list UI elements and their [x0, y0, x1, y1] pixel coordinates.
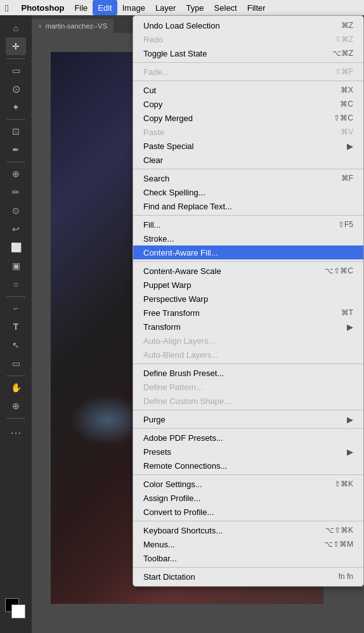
move-tool[interactable]: ✛ [6, 37, 26, 55]
menubar-item-layer[interactable]: Layer [150, 0, 181, 15]
menu-item-define-brush[interactable]: Define Brush Preset... [133, 366, 363, 380]
background-color[interactable] [11, 604, 25, 618]
menu-item-toggle-label: Toggle Last State [143, 49, 207, 58]
menu-item-paste[interactable]: Paste ⌘V [133, 125, 363, 139]
path-select-tool[interactable]: ↖ [6, 336, 26, 354]
presets-arrow-icon: ▶ [347, 447, 353, 457]
menu-item-menus[interactable]: Menus... ⌥⇧⌘M [133, 537, 363, 551]
spot-heal-tool[interactable]: ⊕ [6, 165, 26, 183]
tool-divider-4 [6, 296, 25, 297]
tool-divider-6 [6, 418, 25, 419]
eyedropper-tool[interactable]: ✒ [6, 141, 26, 159]
tab-close-icon[interactable]: × [38, 23, 42, 30]
menu-item-perspective-warp[interactable]: Perspective Warp [133, 292, 363, 306]
menu-item-toggle-last-state[interactable]: Toggle Last State ⌥⌘Z [133, 46, 363, 60]
menu-item-cut[interactable]: Cut ⌘X [133, 83, 363, 97]
menu-item-define-custom-shape[interactable]: Define Custom Shape... [133, 394, 363, 408]
menu-item-paste-special-label: Paste Special [143, 141, 194, 151]
menu-item-presets-label: Presets [143, 447, 171, 457]
separator-11 [133, 567, 363, 568]
menu-item-keyboard-shortcuts-shortcut: ⌥⇧⌘K [325, 526, 353, 535]
menu-item-free-transform-label: Free Transform [143, 308, 200, 318]
menu-item-toolbar[interactable]: Toolbar... [133, 551, 363, 565]
extra-tool[interactable]: … [6, 421, 26, 439]
clone-tool[interactable]: ⊙ [6, 202, 26, 219]
menu-item-assign-profile[interactable]: Assign Profile... [133, 491, 363, 505]
menu-item-copy-label: Copy [143, 100, 162, 109]
menu-item-define-pattern-label: Define Pattern... [143, 382, 203, 392]
menu-item-paste-label: Paste [143, 127, 164, 137]
menu-item-stroke[interactable]: Stroke... [133, 232, 363, 245]
separator-4 [133, 215, 363, 216]
menu-item-start-dictation-label: Start Dictation [143, 572, 195, 582]
separator-6 [133, 363, 363, 364]
menubar-item-type[interactable]: Type [181, 0, 209, 15]
menubar-item-photoshop[interactable]: Photoshop [16, 0, 69, 15]
menu-item-toolbar-label: Toolbar... [143, 554, 177, 563]
menu-item-clear[interactable]: Clear [133, 153, 363, 167]
menu-item-auto-blend[interactable]: Auto-Blend Layers... [133, 348, 363, 362]
menu-item-clear-label: Clear [143, 155, 163, 165]
shape-tool[interactable]: ▭ [6, 355, 26, 372]
menu-item-content-aware-fill-label: Content-Aware Fill... [143, 248, 218, 258]
menu-item-adobe-pdf[interactable]: Adobe PDF Presets... [133, 431, 363, 445]
menu-item-free-transform[interactable]: Free Transform ⌘T [133, 306, 363, 320]
menu-item-define-pattern[interactable]: Define Pattern... [133, 380, 363, 394]
menu-item-color-settings[interactable]: Color Settings... ⇧⌘K [133, 477, 363, 491]
dodge-tool[interactable]: ○ [6, 275, 26, 293]
menu-item-check-spelling[interactable]: Check Spelling... [133, 185, 363, 199]
menu-item-convert-profile[interactable]: Convert to Profile... [133, 505, 363, 519]
menu-item-remote-connections[interactable]: Remote Connections... [133, 459, 363, 473]
menu-item-keyboard-shortcuts-label: Keyboard Shortcuts... [143, 526, 223, 535]
menubar-item-edit[interactable]: Edit [93, 0, 117, 15]
menu-item-start-dictation[interactable]: Start Dictation fn fn [133, 570, 363, 584]
marquee-tool[interactable]: ▭ [6, 62, 26, 79]
gradient-tool[interactable]: ▣ [6, 257, 26, 275]
home-tool[interactable]: ⌂ [6, 19, 26, 37]
pen-tool[interactable]: ⌐ [6, 299, 26, 317]
menu-item-copy-merged[interactable]: Copy Merged ⇧⌘C [133, 111, 363, 125]
menu-item-search[interactable]: Search ⌘F [133, 171, 363, 185]
menu-item-fill[interactable]: Fill... ⇧F5 [133, 218, 363, 232]
menu-item-undo[interactable]: Undo Load Selection ⌘Z [133, 18, 363, 32]
menu-item-redo[interactable]: Redo ⇧⌘Z [133, 32, 363, 46]
menu-item-auto-align[interactable]: Auto-Align Layers... [133, 334, 363, 348]
menu-item-transform[interactable]: Transform ▶ [133, 320, 363, 334]
menu-item-purge[interactable]: Purge ▶ [133, 412, 363, 426]
menu-item-find-replace[interactable]: Find and Replace Text... [133, 199, 363, 213]
menu-item-content-aware-fill[interactable]: Content-Aware Fill... [133, 245, 363, 259]
menu-item-puppet-warp[interactable]: Puppet Warp [133, 278, 363, 292]
menu-item-content-aware-scale[interactable]: Content-Aware Scale ⌥⇧⌘C [133, 264, 363, 278]
hand-tool[interactable]: ✋ [6, 379, 26, 396]
menu-item-toggle-shortcut: ⌥⌘Z [332, 49, 353, 58]
lasso-tool[interactable]: ⊙ [6, 80, 26, 98]
menu-item-presets[interactable]: Presets ▶ [133, 445, 363, 459]
menu-item-keyboard-shortcuts[interactable]: Keyboard Shortcuts... ⌥⇧⌘K [133, 523, 363, 537]
brush-tool[interactable]: ✏ [6, 183, 26, 201]
menubar-item-filter[interactable]: Filter [242, 0, 271, 15]
menubar-item-select[interactable]: Select [209, 0, 242, 15]
type-tool[interactable]: T [6, 318, 26, 336]
crop-tool[interactable]: ⊡ [6, 122, 26, 140]
history-brush-tool[interactable]: ↩ [6, 220, 26, 238]
zoom-tool[interactable]: ⊕ [6, 397, 26, 415]
menu-item-paste-special[interactable]: Paste Special ▶ [133, 139, 363, 153]
menu-item-undo-label: Undo Load Selection [143, 21, 220, 30]
menu-item-auto-blend-label: Auto-Blend Layers... [143, 350, 218, 360]
menubar-item-file[interactable]: File [69, 0, 93, 15]
document-tab[interactable]: × martin-sanchez--VS [32, 19, 114, 33]
eraser-tool[interactable]: ⬜ [6, 238, 26, 256]
menu-item-copy[interactable]: Copy ⌘C [133, 97, 363, 111]
menu-item-content-aware-scale-label: Content-Aware Scale [143, 266, 221, 276]
separator-1 [133, 62, 363, 63]
menu-item-fill-label: Fill... [143, 220, 160, 230]
separator-3 [133, 169, 363, 169]
magic-wand-tool[interactable]: ✦ [6, 98, 26, 116]
menu-item-fade[interactable]: Fade... ⇧⌘F [133, 65, 363, 79]
menubar-item-image[interactable]: Image [117, 0, 150, 15]
menu-item-transform-label: Transform [143, 322, 181, 332]
paste-special-arrow-icon: ▶ [347, 141, 353, 151]
menu-item-free-transform-shortcut: ⌘T [341, 308, 353, 317]
apple-menu-icon[interactable]:  [5, 3, 8, 13]
menu-item-puppet-warp-label: Puppet Warp [143, 280, 191, 290]
